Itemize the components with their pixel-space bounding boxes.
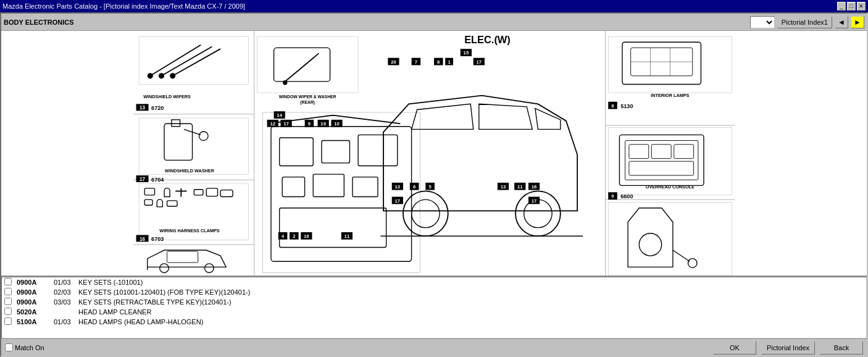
svg-line-10 xyxy=(161,46,212,75)
svg-text:17: 17 xyxy=(477,59,482,65)
part-description: KEY SETS (RETRACTABLE TYPE KEY)(120401-) xyxy=(76,297,866,307)
svg-text:1: 1 xyxy=(448,59,451,65)
svg-text:WINDSHIELD WIPERS: WINDSHIELD WIPERS xyxy=(143,94,191,99)
part-revision: 01/03 xyxy=(51,277,76,287)
svg-text:9: 9 xyxy=(308,121,311,127)
svg-text:WIRING HARNESS CLAMPS: WIRING HARNESS CLAMPS xyxy=(159,228,219,233)
svg-rect-52 xyxy=(271,127,412,261)
svg-text:8: 8 xyxy=(611,103,614,109)
svg-text:11: 11 xyxy=(517,184,523,190)
match-on-label: Match On xyxy=(15,344,44,351)
svg-point-62 xyxy=(412,200,440,228)
minimize-btn[interactable]: _ xyxy=(837,2,846,10)
svg-rect-58 xyxy=(353,177,378,197)
toolbar: BODY ELECTRONICS Pictorial Index1 ◄ ► xyxy=(1,14,867,31)
svg-line-21 xyxy=(285,53,319,82)
svg-point-48 xyxy=(160,264,169,273)
close-btn[interactable]: ✕ xyxy=(857,2,866,10)
part-checkbox[interactable] xyxy=(4,288,12,295)
svg-rect-8 xyxy=(139,36,249,84)
diagram-canvas: WINDSHIELD WIPERS 13 6720 WINDOW WIPER &… xyxy=(1,31,867,275)
section-select[interactable] xyxy=(750,16,775,28)
svg-text:5130: 5130 xyxy=(620,103,633,109)
svg-text:6: 6 xyxy=(413,184,416,190)
svg-text:6720: 6720 xyxy=(151,105,164,111)
svg-text:16: 16 xyxy=(140,237,146,242)
svg-point-22 xyxy=(283,80,287,85)
svg-rect-115 xyxy=(622,42,701,84)
svg-text:13: 13 xyxy=(501,184,506,190)
svg-rect-60 xyxy=(375,48,583,261)
list-item[interactable]: 5100A01/03HEAD LAMPS (HEAD LAMP-HALOGEN) xyxy=(2,317,866,327)
svg-text:8: 8 xyxy=(437,59,440,65)
svg-rect-135 xyxy=(608,203,732,275)
title-text: Mazda Electronic Parts Catalog - [Pictor… xyxy=(2,2,245,10)
svg-rect-127 xyxy=(629,145,649,159)
part-code: 0900A xyxy=(14,277,51,287)
svg-text:19: 19 xyxy=(320,121,326,127)
part-code: 0900A xyxy=(14,287,51,297)
back-button[interactable]: Back xyxy=(820,341,863,355)
svg-text:20: 20 xyxy=(391,59,396,65)
part-description: KEY SETS (101001-120401) (FOB TYPE KEY)(… xyxy=(76,287,866,297)
svg-text:5: 5 xyxy=(428,184,432,190)
match-on-container[interactable]: Match On xyxy=(5,343,44,351)
svg-text:OVERHEAD CONSOLE: OVERHEAD CONSOLE xyxy=(646,184,695,190)
svg-line-9 xyxy=(150,45,201,76)
part-revision: 03/03 xyxy=(51,297,76,307)
svg-text:2: 2 xyxy=(293,233,295,239)
svg-rect-128 xyxy=(651,145,671,159)
svg-text:16: 16 xyxy=(532,184,537,190)
list-item[interactable]: 0900A02/03KEY SETS (101001-120401) (FOB … xyxy=(2,287,866,297)
svg-rect-126 xyxy=(625,141,698,180)
svg-text:11: 11 xyxy=(344,233,350,239)
svg-rect-35 xyxy=(144,188,154,195)
section-label: BODY ELECTRONICS xyxy=(4,19,748,26)
svg-point-49 xyxy=(205,264,214,273)
ok-button[interactable]: OK xyxy=(713,341,756,355)
svg-point-14 xyxy=(170,73,175,78)
part-checkbox[interactable] xyxy=(4,317,12,325)
part-description: HEAD LAMP CLEANER xyxy=(76,307,866,317)
parts-list[interactable]: 0900A01/03KEY SETS (-101001)0900A02/03KE… xyxy=(1,277,867,338)
svg-rect-57 xyxy=(313,174,344,196)
svg-line-137 xyxy=(673,250,690,261)
nav-back-btn[interactable]: ◄ xyxy=(835,16,848,28)
part-revision xyxy=(51,307,76,317)
svg-rect-53 xyxy=(280,138,314,166)
svg-point-29 xyxy=(199,132,208,141)
svg-text:WINDOW WIPER & WASHER: WINDOW WIPER & WASHER xyxy=(279,94,336,99)
window-controls: _ □ ✕ xyxy=(837,2,866,10)
part-code: 5020A xyxy=(14,307,51,317)
nav-forward-btn[interactable]: ► xyxy=(851,16,864,28)
svg-rect-41 xyxy=(144,200,152,205)
svg-text:6704: 6704 xyxy=(151,177,164,183)
svg-rect-39 xyxy=(206,188,217,196)
list-item[interactable]: 0900A01/03KEY SETS (-101001) xyxy=(2,277,866,287)
part-description: KEY SETS (-101001) xyxy=(76,277,866,287)
svg-text:17: 17 xyxy=(140,177,146,182)
svg-rect-59 xyxy=(280,208,386,248)
bottom-controls: Match On OK Pictorial Index Back xyxy=(1,338,867,356)
svg-rect-42 xyxy=(167,201,177,206)
svg-text:18: 18 xyxy=(304,233,309,239)
svg-rect-54 xyxy=(322,141,350,163)
main-diagram-svg: WINDSHIELD WIPERS 13 6720 WINDOW WIPER &… xyxy=(1,31,867,275)
svg-rect-56 xyxy=(282,177,304,197)
part-checkbox[interactable] xyxy=(4,298,12,305)
match-on-checkbox[interactable] xyxy=(5,343,13,351)
part-code: 0900A xyxy=(14,297,51,307)
svg-text:10: 10 xyxy=(334,121,340,127)
maximize-btn[interactable]: □ xyxy=(847,2,856,10)
svg-text:INTERIOR LAMPS: INTERIOR LAMPS xyxy=(651,93,689,98)
part-revision: 02/03 xyxy=(51,287,76,297)
parts-table: 0900A01/03KEY SETS (-101001)0900A02/03KE… xyxy=(2,277,866,327)
part-revision: 01/03 xyxy=(51,317,76,327)
list-item[interactable]: 0900A03/03KEY SETS (RETRACTABLE TYPE KEY… xyxy=(2,297,866,307)
pictorial-index-btn[interactable]: Pictorial Index1 xyxy=(777,16,832,28)
svg-text:6600: 6600 xyxy=(620,193,633,200)
pictorial-index-button[interactable]: Pictorial Index xyxy=(761,341,815,355)
part-checkbox[interactable] xyxy=(4,308,12,315)
list-item[interactable]: 5020AHEAD LAMP CLEANER xyxy=(2,307,866,317)
part-checkbox[interactable] xyxy=(4,278,12,285)
